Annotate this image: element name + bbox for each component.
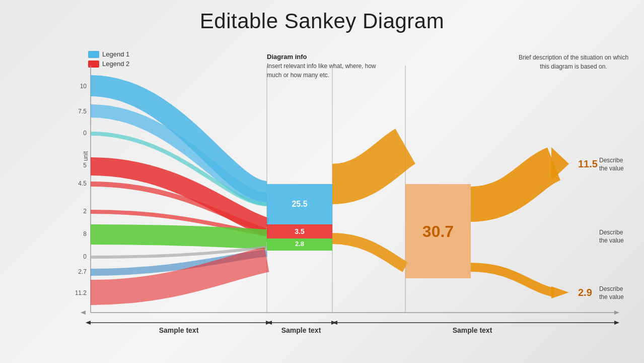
svg-text:11.5: 11.5: [578, 158, 598, 169]
svg-text:11.2: 11.2: [76, 289, 87, 296]
svg-text:2.8: 2.8: [295, 240, 304, 248]
svg-text:the value: the value: [599, 165, 624, 172]
svg-text:2.7: 2.7: [78, 268, 87, 275]
svg-marker-36: [86, 321, 91, 325]
svg-text:Describe: Describe: [599, 285, 623, 292]
svg-text:Sample text: Sample text: [281, 326, 321, 334]
svg-text:25.5: 25.5: [292, 200, 307, 208]
svg-text:2.9: 2.9: [578, 287, 592, 298]
svg-text:8: 8: [83, 230, 87, 237]
svg-text:Describe: Describe: [599, 229, 623, 236]
svg-marker-2: [614, 311, 619, 315]
svg-marker-16: [551, 286, 569, 298]
svg-text:Describe: Describe: [599, 157, 623, 164]
svg-text:0: 0: [83, 253, 87, 260]
svg-marker-15: [551, 147, 569, 180]
sankey-diagram: 25.5 3.5 2.8 30.7 11.5 Describe the valu…: [76, 50, 629, 353]
svg-marker-3: [81, 311, 86, 315]
svg-text:5: 5: [83, 162, 87, 169]
svg-text:the value: the value: [599, 293, 624, 300]
svg-marker-39: [267, 321, 272, 325]
svg-text:4.5: 4.5: [78, 180, 87, 187]
page-title: Editable Sankey Diagram: [0, 0, 644, 33]
svg-marker-43: [614, 321, 619, 325]
svg-text:7.5: 7.5: [78, 108, 87, 115]
svg-text:the value: the value: [599, 237, 624, 244]
svg-text:2: 2: [83, 208, 87, 215]
svg-text:Sample text: Sample text: [453, 326, 492, 334]
svg-text:10: 10: [80, 83, 87, 90]
svg-marker-42: [332, 321, 337, 325]
svg-text:30.7: 30.7: [422, 222, 454, 240]
svg-text:0: 0: [83, 130, 87, 137]
svg-text:Sample text: Sample text: [159, 326, 199, 334]
svg-text:3.5: 3.5: [295, 227, 305, 235]
